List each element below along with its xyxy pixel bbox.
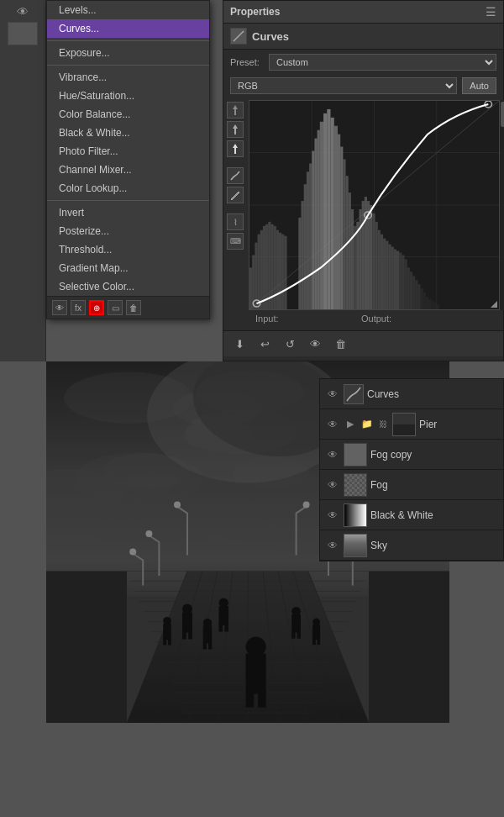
menu-item-gradient-map[interactable]: Gradient Map... [47,259,209,277]
menu-item-levels[interactable]: Levels... [47,1,209,19]
eyedropper-shadows-tool[interactable] [227,102,244,119]
svg-rect-55 [388,245,391,309]
svg-rect-28 [312,151,314,309]
layer-folder-arrow[interactable]: ▶ [344,418,357,431]
prev-state-icon[interactable]: ↩ [255,335,274,353]
eyedropper-midtones-tool[interactable] [227,121,244,138]
svg-rect-24 [302,201,304,309]
preset-row: Preset: Custom [223,50,503,75]
curves-adjustment-icon [230,28,247,45]
menu-item-vibrance[interactable]: Vibrance... [47,68,209,87]
properties-title: Properties [230,6,280,18]
menu-item-photo-filter[interactable]: Photo Filter... [47,142,209,161]
menu-item-exposure[interactable]: Exposure... [47,44,209,62]
auto-button[interactable]: Auto [462,77,496,94]
smooth-tool[interactable]: ⌇ [227,213,244,230]
delete-adjustment-icon[interactable]: 🗑 [331,335,349,353]
menu-separator-2 [47,65,209,66]
pier-thumb [392,413,416,436]
properties-menu-icon[interactable]: ☰ [486,5,496,18]
svg-rect-41 [351,209,354,309]
menu-item-threshold[interactable]: Threshold... [47,240,209,259]
svg-rect-11 [255,243,257,309]
graph-scrollbar[interactable] [500,100,504,310]
channel-select[interactable]: RGB [230,77,457,94]
layer-row-fog[interactable]: 👁 Fog [320,470,503,500]
svg-rect-31 [320,122,323,309]
mask-icon[interactable]: ▭ [108,300,123,315]
svg-rect-29 [314,139,317,309]
tool-separator-2 [227,206,244,211]
scrollbar-thumb[interactable] [501,102,504,127]
layer-eye-pier[interactable]: 👁 [325,417,340,432]
svg-rect-60 [402,256,404,309]
svg-rect-64 [412,276,415,309]
layer-name-pier: Pier [419,419,498,430]
svg-rect-12 [258,235,260,309]
menu-item-curves[interactable]: Curves... [47,19,209,38]
svg-rect-53 [383,239,386,309]
svg-rect-63 [410,271,412,309]
curves-graph-container: Input: Output: [249,100,500,327]
delete-icon[interactable]: 🗑 [126,300,141,315]
svg-rect-79 [393,414,415,424]
menu-item-selective-color[interactable]: Selective Color... [47,277,209,296]
svg-rect-54 [386,241,388,309]
layer-name-fog: Fog [370,479,498,491]
io-row: Input: Output: [249,310,500,327]
fx-icon[interactable]: fx [71,300,86,315]
pencil-tool[interactable] [227,187,244,203]
layer-row-curves[interactable]: 👁 Curves [320,379,503,409]
layer-row-pier[interactable]: 👁 ▶ 📁 ⛓ Pier [320,409,503,440]
svg-rect-70 [428,299,431,309]
curves-graph[interactable] [249,100,500,310]
layer-eye-fog-copy[interactable]: 👁 [325,447,340,462]
layer-thumbnail [8,22,38,45]
menu-item-color-balance[interactable]: Color Balance... [47,105,209,124]
layer-chain-icon: ⛓ [377,419,389,430]
layer-row-sky[interactable]: 👁 Sky [320,530,503,561]
layer-eye-bw[interactable]: 👁 [325,508,340,523]
layers-eye-icon[interactable]: 👁 [52,300,67,315]
svg-rect-49 [372,213,375,309]
curves-layer-icon [344,384,364,404]
menu-item-hue-saturation[interactable]: Hue/Saturation... [47,87,209,105]
menu-separator-1 [47,40,209,41]
layer-row-bw[interactable]: 👁 Black & White [320,500,503,530]
svg-rect-73 [437,304,439,309]
layer-eye-sky[interactable]: 👁 [325,538,340,553]
menu-item-posterize[interactable]: Posterize... [47,222,209,240]
svg-rect-13 [260,230,263,309]
preset-select[interactable]: Custom [269,54,496,71]
sky-thumb [344,534,367,557]
visibility-icon[interactable]: 👁 [306,335,324,353]
properties-panel: Properties ☰ Curves Preset: Custom RGB [223,0,504,361]
svg-rect-62 [407,267,410,309]
layer-name-bw: Black & White [370,509,498,521]
svg-rect-59 [399,253,402,309]
menu-item-invert[interactable]: Invert [47,203,209,222]
svg-rect-40 [349,192,351,309]
menu-item-black-white[interactable]: Black & White... [47,124,209,142]
layer-eye-curves[interactable]: 👁 [325,387,340,402]
adjustment-active-icon[interactable]: ⊕ [89,300,104,315]
svg-rect-43 [356,222,359,309]
svg-rect-42 [354,226,356,309]
eyedropper-highlights-tool[interactable] [227,140,244,157]
layer-row-fog-copy[interactable]: 👁 Fog copy [320,440,503,470]
eye-icon[interactable]: 👁 [8,3,38,20]
menu-item-channel-mixer[interactable]: Channel Mixer... [47,161,209,179]
menu-item-color-lookup[interactable]: Color Lookup... [47,179,209,198]
reset-icon[interactable]: ↺ [281,335,299,353]
layers-panel: 👁 Curves 👁 ▶ 📁 ⛓ [319,378,504,561]
svg-rect-19 [276,230,279,309]
svg-rect-67 [421,288,423,309]
text-tool[interactable]: ⌨ [227,233,244,250]
svg-rect-38 [343,159,345,309]
curve-edit-tool[interactable] [227,167,244,184]
svg-rect-14 [263,226,265,309]
layer-eye-fog[interactable]: 👁 [325,477,340,493]
svg-rect-37 [340,147,343,309]
svg-rect-21 [281,235,284,309]
clip-to-layer-icon[interactable]: ⬇ [230,335,249,353]
